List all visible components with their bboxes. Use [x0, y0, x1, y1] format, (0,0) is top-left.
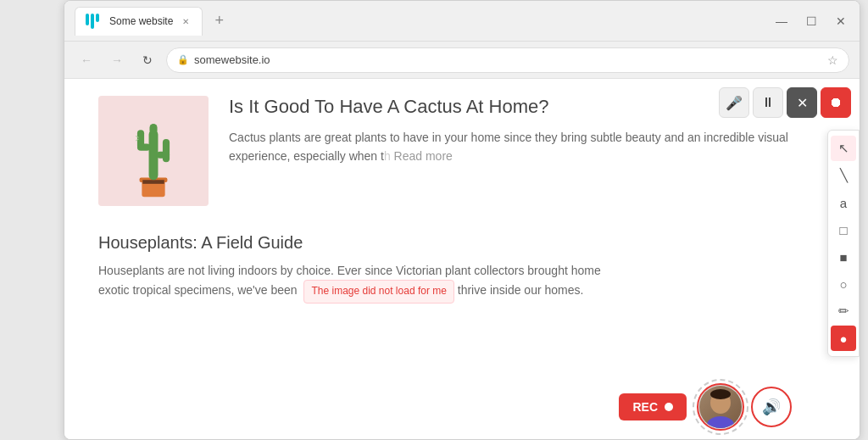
active-tab[interactable]: Some website ✕ — [75, 7, 203, 36]
article-body-2: Houseplants are not living indoors by ch… — [98, 261, 607, 304]
address-bar[interactable]: 🔒 somewebsite.io ☆ — [166, 47, 849, 73]
article-title-2: Houseplants: A Field Guide — [98, 233, 826, 253]
url-text: somewebsite.io — [194, 53, 822, 66]
rec-dot-icon — [665, 403, 673, 411]
svg-rect-7 — [163, 139, 170, 162]
article-image-1 — [98, 96, 209, 206]
stop-close-button[interactable]: ✕ — [787, 87, 817, 118]
svg-point-14 — [693, 380, 748, 434]
circle-tool-button[interactable]: ○ — [831, 271, 856, 297]
volume-button[interactable]: 🔊 — [751, 387, 792, 427]
color-picker-button[interactable]: ● — [831, 326, 856, 351]
rec-label: REC — [632, 400, 658, 414]
maximize-button[interactable]: ☐ — [803, 13, 821, 30]
logo-bar-2 — [91, 14, 94, 29]
square-tool-button[interactable]: ■ — [831, 244, 856, 270]
refresh-button[interactable]: ↻ — [136, 48, 159, 72]
article-body-1: Cactus plants are great plants to have i… — [229, 128, 826, 166]
bottom-controls: REC — [619, 383, 792, 431]
cactus-illustration — [124, 114, 183, 199]
annotation-toolbar: ↖ ╲ a □ ■ ○ ✏ ● — [827, 130, 860, 357]
tab-area: Some website ✕ + — [75, 7, 772, 36]
record-button[interactable]: ⏺ — [821, 87, 851, 118]
article-card-2: Houseplants: A Field Guide Houseplants a… — [98, 233, 826, 304]
new-tab-button[interactable]: + — [209, 12, 229, 30]
text-tool-button[interactable]: a — [831, 190, 856, 215]
pause-button[interactable]: ⏸ — [753, 87, 783, 118]
browser-window: Some website ✕ + — ☐ ✕ ← → ↻ 🔒 somewebsi… — [64, 0, 860, 440]
read-more-link[interactable]: Read more — [394, 149, 453, 163]
window-controls: — ☐ ✕ — [772, 13, 849, 30]
site-logo — [86, 14, 99, 29]
tab-title: Some website — [109, 15, 173, 27]
microphone-button[interactable]: 🎤 — [719, 87, 749, 118]
back-button[interactable]: ← — [75, 48, 98, 72]
navigation-bar: ← → ↻ 🔒 somewebsite.io ☆ — [64, 42, 860, 79]
image-error-badge: The image did not load for me — [303, 280, 453, 303]
bookmark-icon[interactable]: ☆ — [827, 53, 838, 67]
spinner-ring — [690, 376, 751, 437]
svg-rect-10 — [149, 124, 157, 135]
close-button[interactable]: ✕ — [832, 13, 849, 30]
minimize-button[interactable]: — — [772, 13, 791, 30]
logo-bar-3 — [96, 14, 99, 22]
pen-tool-button[interactable]: ✏ — [831, 298, 856, 324]
lock-icon: 🔒 — [177, 54, 189, 65]
rec-badge-button[interactable]: REC — [619, 393, 687, 421]
forward-button[interactable]: → — [105, 48, 129, 72]
tab-close-button[interactable]: ✕ — [180, 15, 192, 27]
article-card-1: Is It Good To Have A Cactus At Home? Cac… — [98, 96, 826, 206]
rect-tool-button[interactable]: □ — [831, 217, 856, 242]
line-tool-button[interactable]: ╲ — [831, 163, 856, 188]
recording-toolbar: 🎤 ⏸ ✕ ⏺ — [719, 87, 851, 118]
cursor-tool-button[interactable]: ↖ — [831, 136, 856, 161]
logo-bar-1 — [86, 14, 89, 25]
svg-rect-2 — [142, 180, 164, 184]
content-area: 🎤 ⏸ ✕ ⏺ ↖ ╲ a □ ■ ○ ✏ ● — [64, 79, 860, 440]
title-bar: Some website ✕ + — ☐ ✕ — [64, 1, 860, 42]
truncated-text: h — [384, 149, 391, 163]
